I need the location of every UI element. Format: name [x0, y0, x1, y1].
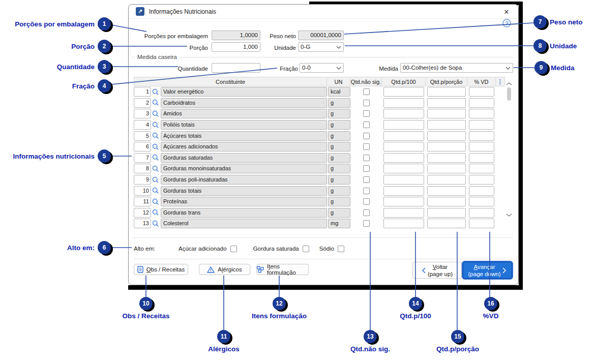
constituinte-field[interactable]: Gorduras trans: [161, 208, 327, 218]
qtd-nao-sig-checkbox[interactable]: [363, 110, 370, 117]
vd-input[interactable]: [469, 87, 494, 97]
search-icon[interactable]: [151, 120, 160, 130]
constituinte-field[interactable]: Valor energético: [161, 87, 327, 97]
qtd-nao-sig-checkbox[interactable]: [363, 122, 370, 128]
qtd-pporcao-input[interactable]: [427, 164, 466, 173]
qtd-p100-input[interactable]: [383, 153, 424, 163]
itens-formulacao-button[interactable]: Itens formulação: [256, 264, 309, 275]
help-icon[interactable]: ?: [502, 19, 511, 27]
peso-neto-field[interactable]: 00001,0000: [298, 31, 344, 40]
qtd-pporcao-input[interactable]: [427, 208, 466, 218]
vd-input[interactable]: [469, 197, 494, 206]
constituinte-field[interactable]: Açúcares totais: [161, 131, 327, 141]
qtd-p100-input[interactable]: [383, 109, 424, 118]
qtd-pporcao-input[interactable]: [427, 186, 466, 196]
search-icon[interactable]: [151, 197, 160, 206]
scrollbar-thumb[interactable]: [507, 87, 511, 101]
vd-input[interactable]: [469, 186, 494, 196]
constituinte-field[interactable]: Gorduras saturadas: [161, 153, 327, 163]
search-icon[interactable]: [151, 175, 160, 185]
avancar-button[interactable]: Avançar(page down): [463, 262, 512, 279]
gordura-saturada-checkbox[interactable]: [303, 246, 309, 252]
qtd-pporcao-input[interactable]: [427, 197, 466, 206]
window-title: Informações Nutricionais: [149, 8, 216, 15]
constituinte-field[interactable]: Polióis totais: [161, 120, 327, 130]
qtd-pporcao-input[interactable]: [427, 175, 466, 185]
qtd-pporcao-input[interactable]: [427, 98, 466, 108]
sodio-checkbox[interactable]: [338, 246, 344, 252]
qtd-p100-input[interactable]: [383, 175, 424, 185]
search-icon[interactable]: [151, 208, 160, 218]
search-icon[interactable]: [151, 98, 160, 108]
qtd-p100-input[interactable]: [383, 142, 424, 151]
search-icon[interactable]: [151, 87, 160, 97]
qtd-p100-input[interactable]: [383, 87, 424, 97]
qtd-p100-input[interactable]: [383, 131, 424, 141]
qtd-nao-sig-checkbox[interactable]: [363, 133, 370, 139]
scroll-up-icon[interactable]: [506, 79, 512, 88]
constituinte-field[interactable]: Proteínas: [161, 197, 327, 206]
obs-receitas-button[interactable]: Obs / Receitas: [134, 264, 188, 275]
qtd-nao-sig-checkbox[interactable]: [363, 100, 370, 106]
qtd-pporcao-input[interactable]: [427, 109, 466, 118]
qtd-pporcao-input[interactable]: [427, 87, 466, 97]
constituinte-field[interactable]: Colesterol: [161, 219, 327, 228]
vd-input[interactable]: [469, 120, 494, 130]
qtd-pporcao-input[interactable]: [427, 142, 466, 151]
callout-circle-11: 11: [217, 330, 230, 343]
title-bar: ↗ Informações Nutricionais ✕: [129, 5, 518, 19]
vd-input[interactable]: [469, 142, 494, 151]
qtd-nao-sig-checkbox[interactable]: [363, 188, 370, 194]
search-icon[interactable]: [151, 131, 160, 141]
qtd-p100-input[interactable]: [383, 120, 424, 130]
qtd-p100-input[interactable]: [383, 164, 424, 173]
alergicos-button[interactable]: Alérgicos: [199, 264, 250, 275]
qtd-nao-sig-checkbox[interactable]: [363, 143, 370, 150]
constituinte-field[interactable]: Gorduras monoinsaturadas: [161, 164, 327, 173]
qtd-nao-sig-checkbox[interactable]: [363, 165, 370, 172]
constituinte-field[interactable]: Gorduras totais: [161, 186, 327, 196]
table-scrollbar[interactable]: [505, 78, 513, 219]
search-icon[interactable]: [151, 153, 160, 163]
search-icon[interactable]: [151, 186, 160, 196]
search-icon[interactable]: [151, 109, 160, 118]
medida-select[interactable]: 00-Colher(es) de Sopa: [400, 63, 513, 73]
qtd-pporcao-input[interactable]: [427, 120, 466, 130]
qtd-nao-sig-checkbox[interactable]: [363, 209, 370, 216]
vd-input[interactable]: [469, 98, 494, 108]
qtd-p100-input[interactable]: [383, 219, 424, 228]
qtd-nao-sig-checkbox[interactable]: [363, 155, 370, 161]
voltar-button[interactable]: Voltar(page up): [412, 262, 462, 279]
scroll-down-icon[interactable]: [506, 210, 512, 219]
qtd-nao-sig-checkbox[interactable]: [363, 88, 370, 95]
constituinte-field[interactable]: Açúcares adicionados: [161, 142, 327, 151]
qtd-p100-input[interactable]: [383, 208, 424, 218]
vd-input[interactable]: [469, 109, 494, 118]
qtd-p100-input[interactable]: [383, 98, 424, 108]
qtd-p100-input[interactable]: [383, 186, 424, 196]
vd-input[interactable]: [469, 153, 494, 163]
fracao-select[interactable]: 0-0: [300, 63, 344, 73]
close-icon[interactable]: ✕: [500, 6, 513, 18]
vd-input[interactable]: [469, 175, 494, 185]
qtd-p100-input[interactable]: [383, 197, 424, 206]
search-icon[interactable]: [151, 164, 160, 173]
qtd-nao-sig-checkbox[interactable]: [363, 220, 370, 227]
search-icon[interactable]: [151, 142, 160, 151]
constituinte-field[interactable]: Gorduras poli-insaturadas: [161, 175, 327, 185]
constituinte-field[interactable]: Amidos: [161, 109, 327, 118]
vd-input[interactable]: [469, 164, 494, 173]
constituinte-field[interactable]: Carboidratos: [161, 98, 327, 108]
qtd-pporcao-input[interactable]: [427, 219, 466, 228]
unidade-select[interactable]: 0-G: [298, 42, 344, 52]
qtd-pporcao-input[interactable]: [427, 131, 466, 141]
qtd-pporcao-input[interactable]: [427, 153, 466, 163]
search-icon[interactable]: [151, 219, 160, 228]
vd-input[interactable]: [469, 219, 494, 228]
column-menu-icon[interactable]: ⋮: [495, 77, 505, 86]
vd-input[interactable]: [469, 131, 494, 141]
vd-input[interactable]: [469, 208, 494, 218]
qtd-nao-sig-checkbox[interactable]: [363, 198, 370, 205]
qtd-nao-sig-checkbox[interactable]: [363, 176, 370, 183]
acucar-adicionado-checkbox[interactable]: [230, 246, 237, 252]
